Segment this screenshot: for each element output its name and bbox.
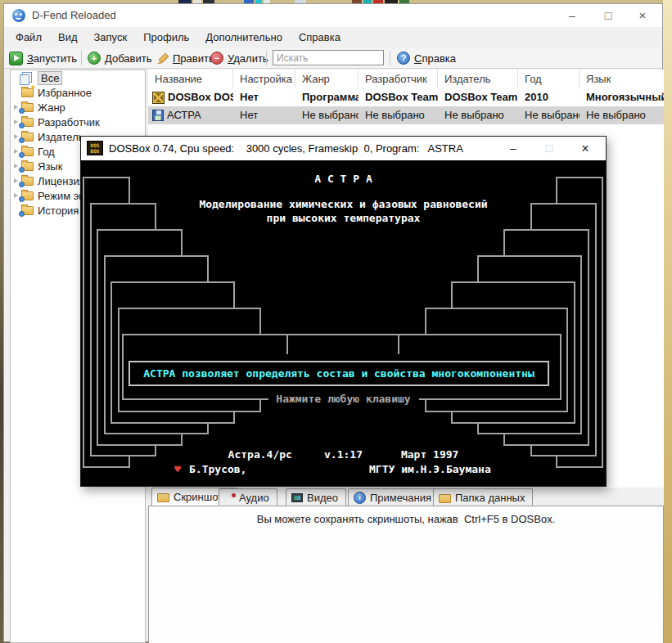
dosbox-close-button[interactable]: × — [572, 137, 598, 160]
toolbar-separator — [81, 51, 82, 65]
tab-label: Папка данных — [455, 492, 525, 504]
help-icon: ? — [397, 52, 410, 65]
data-folder-icon — [439, 493, 451, 502]
tree-label: Лицензия — [38, 175, 85, 187]
folder-icon — [20, 190, 34, 201]
table-row-dosbox-dos[interactable]: DOSBox DOS Нет Программа DOSBox Team DOS… — [148, 88, 664, 106]
folder-icon — [20, 116, 34, 128]
cell-developer: DOSBox Team — [359, 88, 438, 106]
folder-icon — [20, 131, 34, 142]
menu-profile[interactable]: Профиль — [135, 28, 197, 47]
list-header: Название Настройка Жанр Разработчик Изда… — [148, 70, 664, 88]
desktop: { "window": { "title": "D-Fend Reloaded"… — [0, 0, 672, 643]
menu-extras[interactable]: Дополнительно — [197, 28, 291, 47]
cell-year: 2010 — [518, 88, 580, 106]
cell-publisher: Не выбрано — [438, 106, 518, 124]
column-header-language[interactable]: Язык — [580, 70, 664, 88]
help-label: Справка — [414, 52, 456, 65]
sidebar-item-favorites[interactable]: Избранное — [11, 85, 145, 100]
cell-year: Не выбрано — [518, 106, 580, 124]
tree-label: Год — [38, 146, 55, 158]
close-button[interactable]: × — [629, 4, 656, 27]
tab-data-folder[interactable]: Папка данных — [433, 488, 533, 506]
delete-button[interactable]: − Удалить — [210, 48, 268, 68]
tree-label: Издатель — [38, 131, 84, 143]
dosbox-window-title: DOSBox 0.74, Cpu speed: 3000 cycles, Fra… — [109, 137, 463, 160]
add-label: Добавить — [105, 52, 151, 65]
titlebar: D-Fend Reloaded – □ × — [4, 4, 662, 27]
column-header-developer[interactable]: Разработчик — [359, 70, 438, 88]
dos-author: Б.Трусов, — [189, 463, 246, 475]
run-button[interactable]: Запустить — [9, 48, 77, 68]
cell-name: DOSBox DOS — [148, 88, 233, 106]
menu-view[interactable]: Вид — [50, 28, 86, 47]
tab-label: Примечания — [370, 492, 431, 504]
cell-genre: Не выбрано — [295, 106, 359, 124]
tab-label: Видео — [307, 492, 338, 504]
screenshots-tab-panel: Вы можете сохранять скриншоты, нажав Ctr… — [148, 506, 664, 643]
cell-language: Многоязычный — [580, 88, 664, 106]
dosbox-maximize-button: □ — [536, 137, 562, 160]
floppy-disk-icon — [152, 110, 164, 121]
speaker-icon — [224, 493, 235, 502]
edit-button[interactable]: Править — [156, 48, 214, 68]
tab-audio[interactable]: Аудио — [219, 488, 277, 506]
minimize-button[interactable]: – — [559, 4, 585, 27]
menu-run[interactable]: Запуск — [86, 28, 136, 47]
screenshots-hint-text: Вы можете сохранять скриншоты, нажав Ctr… — [149, 513, 663, 525]
sidebar-item-developer[interactable]: Разработчик — [11, 115, 145, 129]
dos-version-line: Астра.4/pc v.1:17 Март 1997 — [81, 448, 606, 461]
run-icon — [9, 52, 23, 65]
search-input[interactable] — [273, 50, 384, 65]
dfend-app-icon — [12, 9, 25, 22]
tree-label: Разработчик — [38, 116, 100, 128]
toolbar: Запустить + Добавить Править − Удалить ?… — [4, 48, 662, 69]
cell-language: Не выбрано — [580, 106, 664, 124]
tree-label: Все — [38, 71, 62, 85]
column-header-year[interactable]: Год — [518, 70, 580, 88]
dosbox-minimize-button[interactable]: – — [500, 137, 526, 160]
add-button[interactable]: + Добавить — [88, 48, 151, 68]
menubar: Файл Вид Запуск Профиль Дополнительно Сп… — [4, 27, 662, 48]
cell-config: Нет — [233, 88, 295, 106]
add-icon: + — [88, 52, 101, 65]
tree-label: Жанр — [38, 101, 65, 114]
folder-icon — [20, 160, 34, 172]
menu-help[interactable]: Справка — [291, 28, 349, 47]
help-button[interactable]: ? Справка — [397, 48, 456, 68]
folder-icon — [20, 175, 34, 187]
desktop-strip-right — [663, 0, 672, 643]
dos-subtitle-line1: Моделирование химических и фазовых равно… — [81, 198, 606, 210]
run-label: Запустить — [27, 52, 77, 65]
delete-icon: − — [210, 52, 223, 65]
screenshots-folder-icon — [157, 492, 169, 501]
column-header-name[interactable]: Название — [148, 70, 233, 88]
film-icon — [291, 493, 303, 502]
all-profiles-icon — [20, 72, 34, 83]
tree-label: Избранное — [38, 87, 92, 99]
edit-label: Править — [173, 52, 214, 65]
column-header-publisher[interactable]: Издатель — [438, 70, 518, 88]
delete-label: Удалить — [228, 52, 268, 65]
dos-subtitle-line2: при высоких температурах — [81, 212, 606, 224]
dos-organization: МГТУ им.Н.Э.Баумана — [369, 463, 491, 475]
toolbar-separator — [390, 51, 390, 65]
maximize-button[interactable]: □ — [595, 4, 621, 27]
folder-icon — [20, 205, 34, 216]
folder-icon — [20, 146, 34, 157]
tree-spacer — [11, 85, 20, 100]
dosbox-titlebar[interactable]: DOS BOX DOSBox 0.74, Cpu speed: 3000 cyc… — [81, 137, 606, 160]
column-header-genre[interactable]: Жанр — [295, 70, 359, 88]
cell-genre: Программа — [295, 88, 359, 106]
heart-icon: ♥ — [174, 463, 181, 475]
info-icon: i — [354, 492, 366, 504]
bottom-tab-bar: Скриншоты Аудио Видео i Примечания Папка… — [148, 488, 664, 506]
tree-label: История — [38, 205, 79, 217]
table-row-astra-selected[interactable]: АСТРА Нет Не выбрано Не выбрано Не выбра… — [148, 106, 664, 124]
column-header-config[interactable]: Настройка — [233, 70, 295, 88]
sidebar-item-genre[interactable]: Жанр — [11, 100, 145, 115]
tab-notes[interactable]: i Примечания — [348, 488, 440, 506]
cell-developer: Не выбрано — [359, 106, 438, 124]
menu-file[interactable]: Файл — [7, 28, 50, 47]
tab-video[interactable]: Видео — [286, 488, 346, 506]
